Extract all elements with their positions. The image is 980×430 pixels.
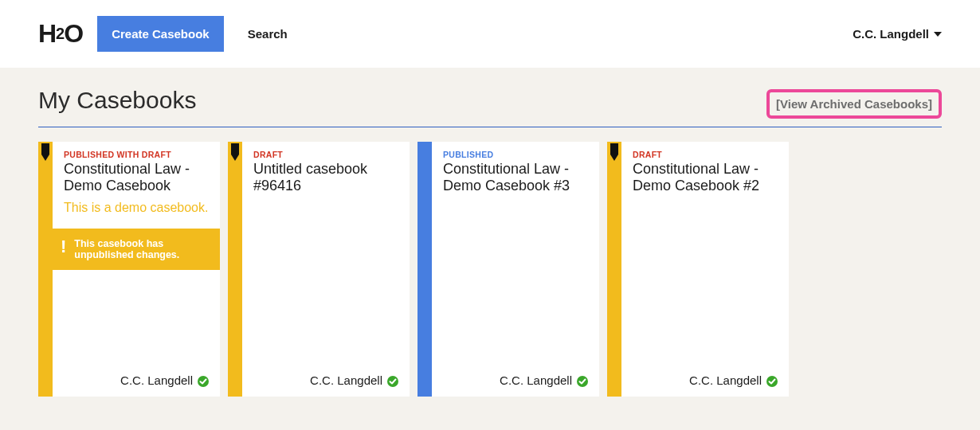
- card-strip: [228, 142, 242, 397]
- card-top: PUBLISHED WITH DRAFTConstitutional Law -…: [53, 142, 220, 221]
- card-main: [621, 199, 789, 366]
- view-archived-casebooks-link[interactable]: [View Archived Casebooks]: [766, 89, 942, 119]
- casebook-grid: PUBLISHED WITH DRAFTConstitutional Law -…: [38, 142, 942, 397]
- card-description: This is a demo casebook.: [64, 201, 209, 215]
- svg-rect-1: [41, 146, 49, 154]
- heading-rule: [38, 127, 942, 127]
- card-status-label: PUBLISHED WITH DRAFT: [64, 150, 209, 159]
- alert-text: This casebook has unpublished changes.: [74, 238, 209, 260]
- card-title: Constitutional Law - Demo Casebook #3: [443, 161, 588, 194]
- card-author: C.C. Langdell: [310, 373, 382, 387]
- svg-rect-4: [231, 146, 239, 154]
- card-footer: C.C. Langdell: [432, 366, 599, 397]
- card-status-label: PUBLISHED: [443, 150, 588, 159]
- card-title: Untitled casebook #96416: [253, 161, 398, 194]
- card-main: [432, 199, 599, 366]
- card-main: [242, 199, 410, 366]
- card-top: PUBLISHEDConstitutional Law - Demo Caseb…: [432, 142, 599, 199]
- svg-rect-8: [610, 146, 618, 154]
- create-casebook-button[interactable]: Create Casebook: [97, 16, 224, 52]
- verified-badge-icon: [198, 376, 209, 387]
- unpublished-changes-alert: !This casebook has unpublished changes.: [53, 229, 220, 270]
- user-name: C.C. Langdell: [853, 27, 929, 41]
- card-content: DRAFTConstitutional Law - Demo Casebook …: [621, 142, 789, 397]
- card-footer: C.C. Langdell: [53, 366, 220, 397]
- card-author: C.C. Langdell: [689, 373, 762, 387]
- logo[interactable]: H2O: [38, 19, 83, 49]
- card-strip: [607, 142, 621, 397]
- search-link[interactable]: Search: [248, 27, 288, 41]
- card-title: Constitutional Law - Demo Casebook #2: [633, 161, 778, 194]
- card-content: PUBLISHEDConstitutional Law - Demo Caseb…: [432, 142, 599, 397]
- svg-rect-7: [610, 143, 618, 146]
- pencil-icon: [229, 143, 241, 162]
- card-content: PUBLISHED WITH DRAFTConstitutional Law -…: [53, 142, 220, 397]
- verified-badge-icon: [387, 376, 398, 387]
- card-footer: C.C. Langdell: [242, 366, 410, 397]
- casebook-card[interactable]: PUBLISHED WITH DRAFTConstitutional Law -…: [38, 142, 220, 397]
- header: H2O Create Casebook Search C.C. Langdell: [0, 0, 980, 68]
- card-author: C.C. Langdell: [500, 373, 572, 387]
- pencil-icon: [40, 143, 51, 162]
- pencil-icon: [609, 143, 620, 162]
- card-main: !This casebook has unpublished changes.: [53, 221, 220, 366]
- svg-rect-3: [231, 143, 239, 146]
- header-left: H2O Create Casebook Search: [38, 16, 288, 52]
- card-author: C.C. Langdell: [120, 373, 193, 387]
- card-top: DRAFTUntitled casebook #96416: [242, 142, 410, 199]
- user-menu[interactable]: C.C. Langdell: [853, 27, 942, 41]
- card-status-label: DRAFT: [633, 150, 778, 159]
- card-top: DRAFTConstitutional Law - Demo Casebook …: [621, 142, 789, 199]
- verified-badge-icon: [577, 376, 588, 387]
- alert-icon: !: [61, 238, 66, 256]
- main: My Casebooks [View Archived Casebooks] P…: [0, 68, 980, 430]
- card-status-label: DRAFT: [253, 150, 398, 159]
- verified-badge-icon: [766, 376, 778, 387]
- casebook-card[interactable]: DRAFTConstitutional Law - Demo Casebook …: [607, 142, 789, 397]
- casebook-card[interactable]: DRAFTUntitled casebook #96416C.C. Langde…: [228, 142, 410, 397]
- heading-row: My Casebooks [View Archived Casebooks]: [38, 87, 942, 119]
- logo-2: 2: [56, 25, 64, 42]
- page-title: My Casebooks: [38, 87, 196, 114]
- chevron-down-icon: [934, 32, 942, 37]
- logo-o: O: [64, 19, 83, 48]
- casebook-card[interactable]: PUBLISHEDConstitutional Law - Demo Caseb…: [417, 142, 599, 397]
- card-strip: [417, 142, 432, 397]
- logo-h: H: [38, 19, 56, 48]
- card-title: Constitutional Law - Demo Casebook: [64, 161, 209, 194]
- card-footer: C.C. Langdell: [621, 366, 789, 397]
- card-content: DRAFTUntitled casebook #96416C.C. Langde…: [242, 142, 410, 397]
- card-strip: [38, 142, 53, 397]
- svg-rect-0: [41, 143, 49, 146]
